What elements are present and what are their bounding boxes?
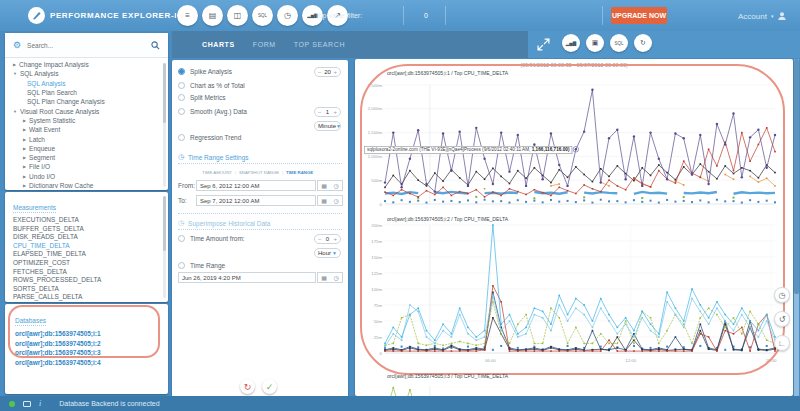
save-icon[interactable]: ▣ — [586, 34, 604, 52]
svg-text:0: 0 — [380, 202, 383, 207]
tree-item[interactable]: ▶Dictionary Row Cache — [5, 181, 163, 188]
tr-tab-time-amount[interactable]: TIME AMOUNT — [202, 170, 232, 174]
app-logo[interactable]: PERFORMANCE EXPLORER-I ▼ — [28, 7, 188, 24]
measurement-item[interactable]: ELAPSED_TIME_DELTA — [13, 250, 168, 259]
gear-icon[interactable]: ⚙ — [13, 40, 21, 50]
measurement-item[interactable]: OPTIMIZER_COST — [13, 259, 168, 268]
calendar-icon[interactable]: ▦ — [321, 182, 327, 189]
from-input[interactable]: Sep 6, 2012 12:00 AM — [196, 180, 316, 191]
account-menu[interactable]: Account ▾ — [738, 11, 787, 21]
tree-item[interactable]: ▶Segment — [5, 153, 163, 162]
tree-item[interactable]: ▶System Statistic — [5, 116, 163, 125]
copy-snapshot-icon[interactable]: ◫ — [227, 5, 248, 26]
minus-button[interactable]: − — [318, 236, 322, 242]
minus-button[interactable]: − — [318, 69, 322, 75]
superimpose-header[interactable]: ◷ Superimpose Historical Data — [178, 219, 270, 227]
tree-scrollbar[interactable] — [163, 63, 166, 187]
measurements-scrollbar[interactable] — [163, 196, 166, 298]
measurement-item[interactable]: ROWS_PROCESSED_DELTA — [13, 276, 168, 285]
time-forward-icon[interactable]: ◷ — [774, 287, 790, 303]
chart-instance-3[interactable]: orcl[awr];db:1563974505;i:3 / Top CPU_TI… — [357, 372, 785, 396]
plus-button[interactable]: + — [333, 236, 337, 242]
time-range-input[interactable]: Jun 26, 2019 4:20 PM — [178, 272, 316, 283]
chart-pct-radio[interactable] — [178, 82, 185, 89]
spike-analysis-radio[interactable] — [178, 68, 185, 75]
databases-panel: Databases orcl[awr];db:1563974505;i:1orc… — [5, 304, 168, 394]
measurement-item[interactable]: CPU_TIME_DELTA — [13, 242, 168, 251]
chart-instance-1[interactable]: orcl[awr];db:1563974505;i:1 / Top CPU_TI… — [357, 69, 785, 214]
database-item[interactable]: orcl[awr];db:1563974505;i:1 — [15, 330, 168, 340]
spike-value[interactable]: 20 — [324, 69, 331, 75]
tree-item[interactable]: ▶Enqueue — [5, 144, 163, 153]
tr-tab-time-range[interactable]: TIME RANGE — [286, 170, 313, 174]
measurement-item[interactable]: EXECUTIONS_DELTA — [13, 216, 168, 225]
axis-settings-icon[interactable]: ∟ — [774, 335, 790, 351]
apply-button[interactable]: ✓ — [262, 379, 277, 394]
chart-instance-2[interactable]: orcl[awr];db:1563974505;i:2 / Top CPU_TI… — [357, 215, 785, 371]
search-input[interactable] — [27, 42, 145, 49]
window-icon[interactable] — [23, 401, 31, 407]
plus-button[interactable]: + — [333, 69, 337, 75]
tab-top-search[interactable]: TOP SEARCH — [294, 41, 345, 48]
tree-item[interactable]: SQL Plan Search — [5, 88, 163, 97]
tab-charts[interactable]: CHARTS — [202, 41, 235, 48]
calendar-icon[interactable]: ▦ — [321, 197, 327, 204]
calendar-icon[interactable]: ▦ — [321, 274, 327, 281]
svg-text:50m: 50m — [374, 319, 383, 324]
smooth-unit-dropdown[interactable]: Minute ▼ — [314, 121, 341, 131]
search-icon[interactable] — [151, 41, 160, 50]
clock-icon[interactable]: ◷ — [333, 274, 338, 281]
measurement-item[interactable]: DISK_READS_DELTA — [13, 233, 168, 242]
split-metrics-radio[interactable] — [178, 94, 185, 101]
top-value-filter-value[interactable]: 0 — [424, 12, 428, 19]
minus-button[interactable]: − — [318, 109, 322, 115]
database-item[interactable]: orcl[awr];db:1563974505;i:4 — [15, 359, 168, 369]
plus-button[interactable]: + — [333, 109, 337, 115]
smooth-value[interactable]: 1 — [326, 109, 329, 115]
measurement-item[interactable]: SORTS_DELTA — [13, 285, 168, 294]
database-item[interactable]: orcl[awr];db:1563974505;i:3 — [15, 349, 168, 359]
regression-radio[interactable] — [178, 134, 185, 141]
time-reset-icon[interactable]: ↺ — [774, 311, 790, 327]
smooth-radio[interactable] — [178, 108, 185, 115]
tree-item[interactable]: ▶Change Impact Analysis — [5, 60, 163, 69]
tree-item[interactable]: ▶Undo I/O — [5, 172, 163, 181]
sql-doc-icon[interactable]: SQL — [610, 34, 628, 52]
time-amount-value[interactable]: 0 — [326, 236, 329, 242]
tree-item[interactable]: SQL Analysis — [5, 79, 163, 88]
time-amount-radio[interactable] — [178, 235, 185, 242]
tr-tab-snapshot-range[interactable]: SNAPSHOT RANGE — [239, 170, 279, 174]
tree-item[interactable]: ▼SQL Analysis — [5, 69, 163, 78]
clock-icon[interactable]: ◷ — [333, 197, 338, 204]
report-icon[interactable]: ▤ — [202, 5, 223, 26]
history-icon[interactable]: ↻ — [634, 34, 652, 52]
charts-scrollbar-thumb[interactable] — [794, 59, 799, 294]
tab-form[interactable]: FORM — [253, 41, 276, 48]
clock-icon[interactable]: ◷ — [333, 182, 338, 189]
expand-icon[interactable] — [537, 38, 550, 51]
expanded-arrow-icon: ▼ — [13, 109, 17, 114]
time-range-radio[interactable] — [178, 262, 185, 269]
time-amount-unit-dropdown[interactable]: Hour ▼ — [314, 248, 341, 258]
time-range-settings-header[interactable]: ◷ Time Range Settings — [178, 153, 249, 161]
database-item[interactable]: orcl[awr];db:1563974505;i:2 — [15, 340, 168, 350]
tree-item[interactable]: ▼Visual Root Cause Analysis — [5, 106, 163, 115]
measurements-title: Measurements — [13, 204, 56, 213]
tree-item[interactable]: SQL Plan Change Analysis — [5, 97, 163, 106]
tree-item[interactable]: ▶Wait Event — [5, 125, 163, 134]
export-list-icon[interactable]: ≡ — [177, 5, 198, 26]
tree-item[interactable]: ▶Latch — [5, 134, 163, 143]
status-bar: i Database Backend is connected — [0, 396, 800, 411]
info-icon[interactable]: i — [39, 399, 41, 408]
measurement-item[interactable]: PARSE_CALLS_DELTA — [13, 293, 168, 302]
measurement-item[interactable]: BUFFER_GETS_DELTA — [13, 225, 168, 234]
tree-item[interactable]: ▶File I/O — [5, 162, 163, 171]
search-bar: ⚙ — [5, 33, 168, 58]
clock-icon[interactable]: ◷ — [277, 5, 298, 26]
upgrade-now-button[interactable]: UPGRADE NOW — [611, 7, 667, 24]
to-input[interactable]: Sep 7, 2012 12:00 AM — [196, 195, 316, 206]
chart-icon[interactable]: ▂▅▇ — [562, 34, 580, 52]
measurement-item[interactable]: FETCHES_DELTA — [13, 268, 168, 277]
reset-button[interactable]: ↻ — [240, 379, 255, 394]
sql-icon[interactable]: SQL — [252, 5, 273, 26]
